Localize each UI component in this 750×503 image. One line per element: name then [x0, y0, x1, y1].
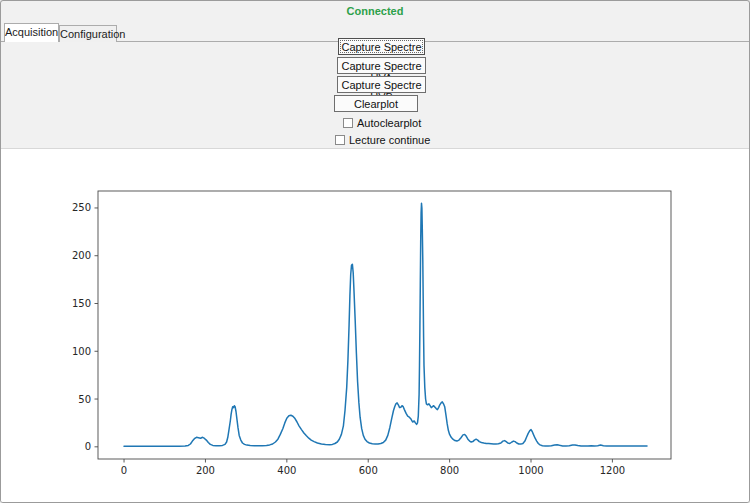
y-tick-label: 100 — [72, 346, 91, 357]
status-text: Connected — [1, 5, 749, 17]
figure-canvas: 020040060080010001200050100150200250 — [1, 148, 750, 503]
capture-spectre-uvb-button[interactable]: Capture Spectre UVB — [337, 76, 426, 93]
autoclearplot-row: Autoclearplot — [343, 117, 421, 129]
x-tick-label: 1200 — [600, 465, 625, 476]
x-tick-label: 1000 — [518, 465, 543, 476]
lecture-continue-row: Lecture continue — [335, 134, 430, 146]
autoclearplot-checkbox[interactable] — [343, 118, 353, 128]
y-tick-label: 50 — [78, 394, 91, 405]
app-window: Connected Acquisition Configuration Capt… — [0, 0, 750, 503]
y-tick-label: 250 — [72, 202, 91, 213]
lecture-continue-label: Lecture continue — [349, 134, 430, 146]
y-tick-label: 0 — [85, 441, 91, 452]
capture-spectre-button[interactable]: Capture Spectre — [338, 38, 425, 55]
lecture-continue-checkbox[interactable] — [335, 135, 345, 145]
x-tick-label: 200 — [196, 465, 215, 476]
capture-spectre-uva-button[interactable]: Capture Spectre UVA — [337, 57, 426, 74]
autoclearplot-label: Autoclearplot — [357, 117, 421, 129]
spectrum-plot: 020040060080010001200050100150200250 — [1, 149, 750, 503]
tab-configuration[interactable]: Configuration — [59, 25, 117, 42]
x-tick-label: 800 — [440, 465, 459, 476]
y-tick-label: 150 — [72, 298, 91, 309]
axes-frame — [98, 191, 671, 459]
x-tick-label: 0 — [121, 465, 127, 476]
tab-acquisition[interactable]: Acquisition — [4, 23, 59, 42]
x-tick-label: 600 — [359, 465, 378, 476]
x-tick-label: 400 — [277, 465, 296, 476]
y-tick-label: 200 — [72, 250, 91, 261]
clearplot-button[interactable]: Clearplot — [334, 95, 418, 112]
